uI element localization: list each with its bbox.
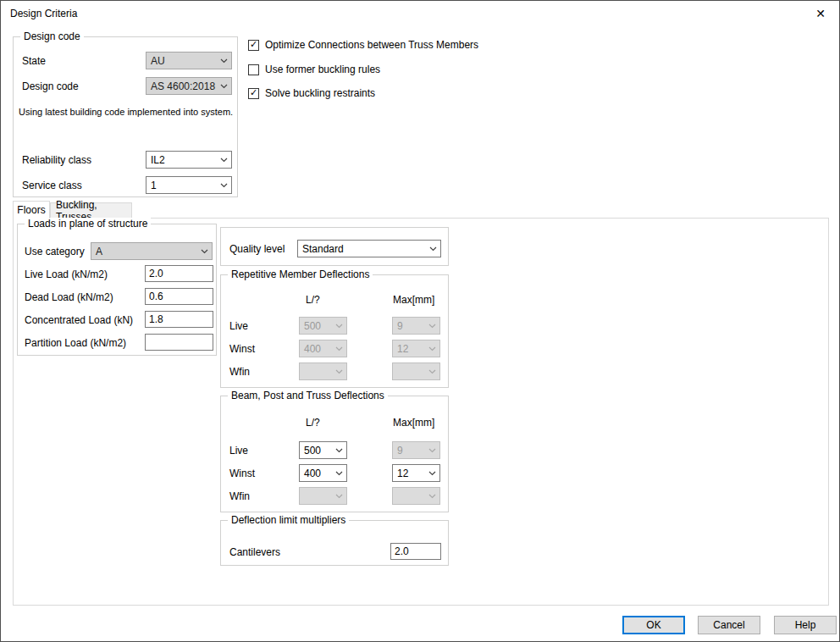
beam-winst-l-value: 400	[300, 468, 332, 479]
repetitive-winst-max-value: 12	[393, 343, 425, 355]
design-code-label: Design code	[22, 80, 79, 92]
chevron-down-icon	[425, 448, 439, 453]
beam-winst-label: Winst	[229, 468, 255, 479]
use-category-select[interactable]: A	[91, 242, 213, 260]
design-code-select: AS 4600:2018	[146, 77, 232, 95]
quality-level-value: Standard	[298, 243, 426, 255]
chevron-down-icon	[332, 369, 346, 374]
beam-winst-max-value: 12	[393, 468, 425, 479]
beam-wfin-l-select	[299, 487, 347, 505]
reliability-class-value: IL2	[146, 154, 217, 166]
repetitive-wfin-max-select	[392, 363, 440, 380]
beam-live-l-select[interactable]: 500	[299, 441, 347, 459]
beam-live-max-select: 9	[392, 441, 440, 459]
solve-buckling-restraints-checkbox[interactable]: ✓ Solve buckling restraints	[248, 86, 375, 100]
chevron-down-icon	[425, 494, 439, 499]
beam-winst-max-select[interactable]: 12	[392, 464, 440, 482]
quality-level-group: Quality level Standard	[220, 227, 449, 266]
state-select-value: AU	[146, 55, 217, 67]
live-load-input[interactable]	[145, 265, 213, 282]
dead-load-input[interactable]	[145, 288, 213, 305]
reliability-class-select[interactable]: IL2	[146, 151, 232, 169]
live-load-label: Live Load (kN/m2)	[25, 268, 108, 280]
design-code-group: Design code State AU Design code AS 4600…	[13, 36, 238, 197]
cantilevers-input[interactable]	[390, 543, 441, 560]
repetitive-wfin-l-select	[299, 363, 347, 380]
repetitive-live-max-select: 9	[392, 317, 440, 335]
repetitive-winst-l-select: 400	[299, 340, 347, 357]
chevron-down-icon	[425, 346, 439, 351]
loads-group: Loads in plane of structure Use category…	[17, 224, 217, 356]
repetitive-live-label: Live	[229, 320, 248, 332]
beam-winst-l-select[interactable]: 400	[299, 464, 347, 482]
concentrated-load-input[interactable]	[145, 311, 213, 328]
repetitive-live-l-value: 500	[300, 320, 332, 332]
deflection-multipliers-group: Deflection limit multipliers Cantilevers	[220, 520, 449, 566]
former-buckling-rules-label: Use former buckling rules	[265, 64, 380, 75]
checkmark-icon: ✓	[250, 40, 257, 49]
close-icon[interactable]: ✕	[809, 4, 832, 23]
cantilevers-label: Cantilevers	[229, 546, 280, 558]
repetitive-live-max-value: 9	[393, 320, 425, 332]
design-code-select-value: AS 4600:2018	[146, 80, 217, 92]
beam-wfin-max-select	[392, 487, 440, 505]
use-category-label: Use category	[25, 246, 85, 257]
repetitive-wfin-label: Wfin	[229, 366, 250, 378]
concentrated-load-label: Concentrated Load (kN)	[25, 314, 133, 326]
chevron-down-icon	[217, 183, 231, 188]
chevron-down-icon	[425, 471, 439, 476]
service-class-select[interactable]: 1	[146, 176, 232, 194]
beam-live-max-value: 9	[393, 445, 425, 457]
service-class-value: 1	[146, 180, 217, 191]
col-header-max: Max[mm]	[393, 294, 434, 306]
repetitive-winst-label: Winst	[229, 343, 255, 355]
chevron-down-icon	[217, 58, 231, 64]
state-select: AU	[146, 52, 232, 69]
beam-deflections-title: Beam, Post and Truss Deflections	[228, 390, 388, 401]
col-header-max: Max[mm]	[393, 417, 434, 429]
cancel-button[interactable]: Cancel	[698, 616, 760, 634]
service-class-label: Service class	[22, 180, 82, 191]
chevron-down-icon	[332, 448, 346, 453]
design-code-note: Using latest building code implemented i…	[19, 107, 233, 117]
chevron-down-icon	[332, 324, 346, 329]
beam-wfin-label: Wfin	[229, 490, 250, 502]
beam-deflections-group: Beam, Post and Truss Deflections L/? Max…	[220, 396, 449, 512]
quality-level-label: Quality level	[229, 243, 285, 255]
design-criteria-dialog: Design Criteria ✕ Design code State AU D…	[0, 0, 840, 642]
beam-live-label: Live	[229, 445, 248, 457]
repetitive-winst-l-value: 400	[300, 343, 332, 355]
chevron-down-icon	[425, 369, 439, 374]
chevron-down-icon	[426, 246, 440, 252]
partition-load-label: Partition Load (kN/m2)	[25, 337, 126, 349]
state-label: State	[22, 55, 46, 67]
repetitive-deflections-group: Repetitive Member Deflections L/? Max[mm…	[220, 274, 449, 388]
chevron-down-icon	[197, 249, 212, 254]
repetitive-winst-max-select: 12	[392, 340, 440, 357]
beam-live-l-value: 500	[300, 445, 332, 457]
help-button[interactable]: Help	[774, 616, 837, 634]
checkbox-icon	[248, 64, 259, 75]
chevron-down-icon	[332, 494, 346, 499]
deflection-multipliers-title: Deflection limit multipliers	[228, 514, 349, 526]
use-category-value: A	[91, 246, 197, 257]
col-header-l: L/?	[306, 417, 320, 429]
reliability-class-label: Reliability class	[22, 154, 91, 166]
tab-floors[interactable]: Floors	[13, 201, 50, 219]
partition-load-input[interactable]	[145, 334, 213, 351]
chevron-down-icon	[332, 346, 346, 351]
loads-group-title: Loads in plane of structure	[25, 218, 151, 230]
optimize-connections-checkbox[interactable]: ✓ Optimize Connections between Truss Mem…	[248, 38, 478, 52]
repetitive-live-l-select: 500	[299, 317, 347, 335]
chevron-down-icon	[217, 84, 231, 89]
chevron-down-icon	[217, 158, 231, 163]
quality-level-select[interactable]: Standard	[297, 240, 441, 257]
title-bar: Design Criteria ✕	[1, 1, 839, 26]
tab-buckling-trusses[interactable]: Buckling, Trusses	[50, 202, 132, 219]
checkmark-icon: ✓	[250, 88, 257, 97]
window-title: Design Criteria	[10, 8, 77, 19]
ok-button[interactable]: OK	[622, 616, 685, 634]
solve-buckling-restraints-label: Solve buckling restraints	[265, 87, 375, 99]
chevron-down-icon	[332, 471, 346, 476]
former-buckling-rules-checkbox[interactable]: Use former buckling rules	[248, 63, 380, 76]
